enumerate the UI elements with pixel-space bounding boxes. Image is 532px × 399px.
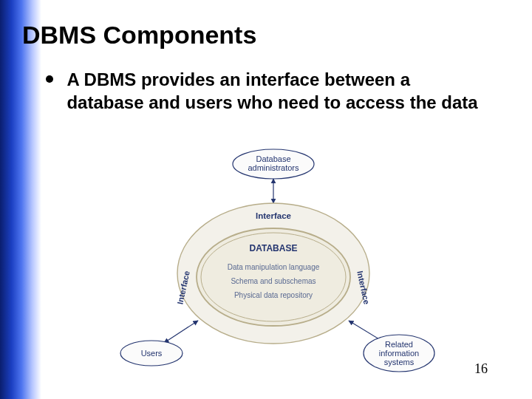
slide: DBMS Components A DBMS provides an inter… bbox=[0, 0, 532, 399]
connector-bottom-left bbox=[164, 321, 198, 343]
related-systems-label-3: systems bbox=[384, 358, 415, 366]
database-line1: Data manipulation language bbox=[228, 263, 320, 271]
database-line2: Schema and subschemas bbox=[231, 277, 316, 285]
db-admin-label-1: Database bbox=[256, 154, 290, 163]
bullet-dot-icon bbox=[46, 75, 53, 83]
database-line3: Physical data repository bbox=[234, 291, 313, 299]
bullet-item: A DBMS provides an interface between a d… bbox=[46, 68, 510, 114]
database-title: DATABASE bbox=[250, 243, 298, 253]
page-number: 16 bbox=[474, 361, 488, 377]
users-label: Users bbox=[141, 349, 163, 358]
bullet-text: A DBMS provides an interface between a d… bbox=[66, 68, 480, 114]
related-systems-label-2: information bbox=[379, 349, 419, 358]
page-title: DBMS Components bbox=[22, 21, 256, 50]
related-systems-label-1: Related bbox=[385, 340, 413, 349]
interface-ring-label: Interface bbox=[256, 211, 291, 220]
dbms-diagram: Database administrators Interface DATABA… bbox=[111, 148, 436, 377]
db-admin-label-2: administrators bbox=[248, 163, 299, 172]
decorative-sidebar bbox=[0, 0, 41, 399]
